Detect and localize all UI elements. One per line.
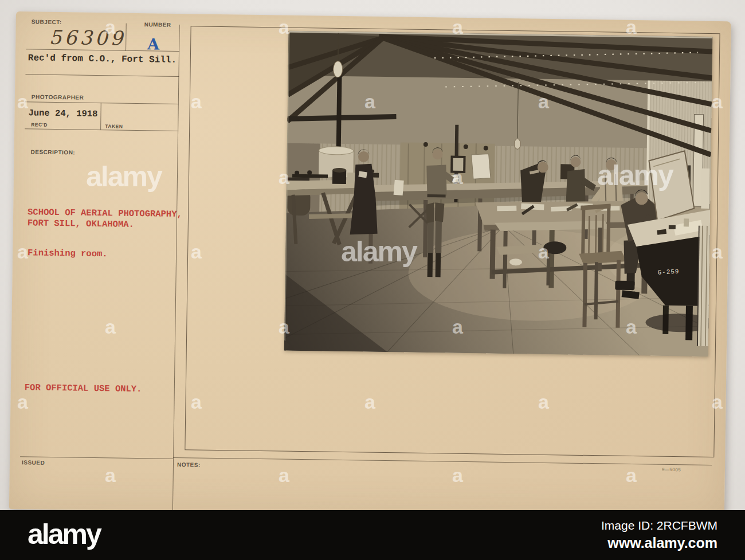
subject-label: SUBJECT: — [32, 18, 62, 25]
official-use-stamp: FOR OFFICIAL USE ONLY. — [25, 382, 142, 394]
alamy-logo: alamy — [28, 520, 100, 549]
main-column-divider-line — [172, 25, 180, 511]
received-from-typed: Rec'd from C.O., Fort Sill. — [28, 53, 177, 65]
alamy-footer-bar: alamy Image ID: 2RCFBWM www.alamy.com — [0, 510, 745, 560]
taken-label: TAKEN — [105, 123, 123, 129]
notes-label: NOTES: — [177, 461, 201, 468]
rule-under-photographer — [25, 101, 179, 104]
subject-number-handwritten: 56309 — [47, 26, 128, 50]
recd-label: REC'D — [31, 122, 48, 127]
hanging-towel — [394, 180, 404, 195]
alamy-url-text: www.alamy.com — [601, 535, 717, 551]
stock-photo-page: SUBJECT: NUMBER 56309 A Rec'd from C.O.,… — [0, 0, 745, 560]
form-print-number: 9—5005 — [662, 467, 681, 472]
photograph-finishing-room: G-259 — [284, 31, 713, 357]
description-line-2: FORT SILL, OKLAHOMA. — [28, 218, 134, 230]
archive-card: SUBJECT: NUMBER 56309 A Rec'd from C.O.,… — [9, 11, 731, 519]
issued-label: ISSUED — [22, 459, 45, 466]
photo-caption-number: G-259 — [657, 268, 680, 276]
photographer-label: PHOTOGRAPHER — [32, 93, 84, 100]
rule-above-issued — [20, 456, 173, 459]
recd-taken-divider-line — [100, 103, 101, 130]
rule-above-notes — [173, 457, 712, 465]
rule-under-received — [25, 74, 179, 77]
rule-under-dates — [25, 128, 178, 131]
number-label: NUMBER — [144, 21, 171, 28]
description-line-3: Finishing room. — [28, 248, 108, 259]
image-id-text: Image ID: 2RCFBWM — [601, 519, 717, 532]
white-board-on-bench — [471, 154, 491, 179]
description-label: DESCRIPTION: — [31, 148, 76, 155]
photo-frame: G-259 — [185, 26, 720, 457]
footer-meta: Image ID: 2RCFBWM www.alamy.com — [601, 519, 717, 551]
date-received-typed: June 24, 1918 — [28, 108, 97, 119]
